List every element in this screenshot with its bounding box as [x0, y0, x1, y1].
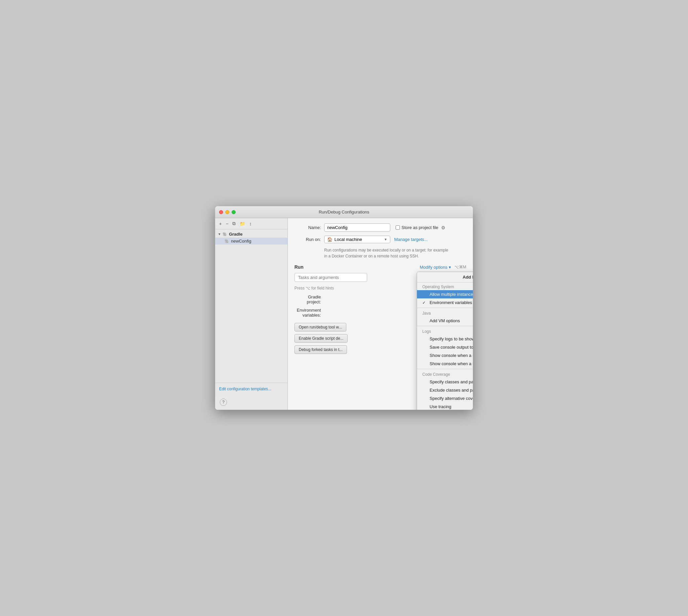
dropdown-item-specify-logs[interactable]: Specify logs to be shown in console	[417, 335, 473, 343]
run-on-row: Run on: 🏠 Local machine ▼ Manage targets…	[294, 236, 466, 243]
dropdown-item-use-tracing[interactable]: Use tracing	[417, 402, 473, 410]
section-label-os: Operating System	[417, 283, 473, 290]
run-on-arrow: ▼	[384, 238, 387, 241]
run-description-line2: in a Docker Container or on a remote hos…	[324, 254, 419, 259]
main-layout: + − ⧉ 📁 ↕ ▼ 🐘 Gradle 🐘 newConfig	[215, 218, 473, 410]
edit-templates-link[interactable]: Edit configuration templates...	[219, 387, 271, 391]
debug-forked-tasks-button[interactable]: Debug forked tasks in t...	[294, 345, 347, 354]
divider-2	[417, 326, 473, 326]
copy-config-button[interactable]: ⧉	[231, 220, 237, 227]
minimize-button[interactable]	[225, 210, 229, 214]
item-label-exclude-classes: Exclude classes and packages	[429, 388, 473, 393]
gradle-project-label: Gradle project:	[294, 294, 321, 304]
traffic-lights	[219, 210, 236, 214]
maximize-button[interactable]	[232, 210, 236, 214]
item-label-add-vm: Add VM options	[429, 318, 460, 323]
dropdown-header: Add Run Options	[417, 272, 473, 283]
modify-options-button[interactable]: Modify options ▾	[420, 265, 451, 270]
tree-expand-arrow: ▼	[218, 232, 221, 236]
run-on-icon: 🏠	[327, 237, 332, 242]
item-label-specify-logs: Specify logs to be shown in console	[429, 336, 473, 342]
remove-config-button[interactable]: −	[224, 220, 230, 227]
gradle-group-label: Gradle	[229, 232, 243, 237]
gradle-icon: 🐘	[222, 232, 227, 237]
modify-options-shortcut: ⌥⌘M	[454, 265, 466, 269]
section-label-coverage: Code Coverage	[417, 370, 473, 378]
divider-3	[417, 369, 473, 369]
run-section-header: Run Modify options ▾ ⌥⌘M	[294, 264, 466, 270]
store-as-project-label: Store as project file	[401, 225, 438, 230]
sidebar-toolbar: + − ⧉ 📁 ↕	[215, 218, 288, 229]
main-content: Name: Store as project file ⚙ Run on: 🏠 …	[288, 218, 473, 410]
newconfig-label: newConfig	[231, 239, 251, 244]
dropdown-item-allow-multiple[interactable]: Allow multiple instances ^⌥U	[417, 290, 473, 299]
run-description-line1: Run configurations may be executed local…	[324, 248, 448, 252]
dropdown-item-add-vm[interactable]: Add VM options ^⌥V	[417, 316, 473, 325]
dropdown-item-specify-classes[interactable]: Specify classes and packages	[417, 378, 473, 386]
store-as-project-checkbox[interactable]	[396, 225, 400, 230]
run-section-title: Run	[294, 264, 303, 270]
check-icon-env-vars: ✓	[422, 301, 427, 305]
modify-options-dropdown[interactable]: Add Run Options Operating System Allow m…	[417, 272, 473, 410]
item-label-use-tracing: Use tracing	[429, 404, 451, 409]
open-run-debug-button[interactable]: Open run/debug tool w...	[294, 323, 346, 331]
dropdown-item-alt-coverage[interactable]: Specify alternative coverage runner	[417, 394, 473, 402]
dropdown-item-exclude-classes[interactable]: Exclude classes and packages	[417, 386, 473, 394]
sort-config-button[interactable]: ↕	[248, 220, 253, 227]
sidebar-item-newconfig[interactable]: 🐘 newConfig	[215, 238, 288, 245]
env-vars-label: Environment variables:	[294, 308, 321, 317]
add-config-button[interactable]: +	[218, 220, 223, 227]
divider-1	[417, 308, 473, 308]
run-on-value: Local machine	[334, 237, 362, 242]
help-button[interactable]: ?	[220, 399, 227, 406]
run-on-label: Run on:	[294, 237, 321, 242]
tasks-input[interactable]	[294, 273, 367, 282]
item-label-specify-classes: Specify classes and packages	[429, 379, 473, 384]
name-input[interactable]	[324, 223, 390, 232]
store-as-project-row: Store as project file ⚙	[396, 225, 445, 230]
dropdown-item-env-vars[interactable]: ✓ Environment variables	[417, 299, 473, 307]
title-bar: Run/Debug Configurations	[215, 206, 473, 218]
dropdown-item-save-console[interactable]: Save console output to file	[417, 343, 473, 351]
sidebar-footer: Edit configuration templates...	[215, 383, 288, 395]
store-gear-button[interactable]: ⚙	[441, 225, 445, 230]
name-row: Name: Store as project file ⚙	[294, 223, 466, 232]
dropdown-item-show-stdout[interactable]: Show console when a message is printed t…	[417, 351, 473, 359]
item-label-alt-coverage: Specify alternative coverage runner	[429, 396, 473, 401]
section-label-logs: Logs	[417, 327, 473, 335]
folder-config-button[interactable]: 📁	[238, 220, 246, 227]
run-debug-configurations-window: Run/Debug Configurations + − ⧉ 📁 ↕ ▼ 🐘 G…	[215, 206, 473, 410]
manage-targets-link[interactable]: Manage targets...	[394, 237, 428, 242]
dropdown-chevron-icon: ▾	[449, 265, 451, 270]
close-button[interactable]	[219, 210, 223, 214]
sidebar: + − ⧉ 📁 ↕ ▼ 🐘 Gradle 🐘 newConfig	[215, 218, 288, 410]
modify-options-label: Modify options	[420, 265, 447, 270]
window-title: Run/Debug Configurations	[318, 210, 369, 215]
run-on-dropdown[interactable]: 🏠 Local machine ▼	[324, 236, 390, 243]
enable-gradle-debug-button[interactable]: Enable Gradle script de...	[294, 334, 348, 343]
config-tree: ▼ 🐘 Gradle 🐘 newConfig	[215, 229, 288, 307]
section-label-java: Java	[417, 309, 473, 316]
item-label-env-vars: Environment variables	[429, 300, 472, 305]
item-label-show-stdout: Show console when a message is printed t…	[429, 353, 473, 358]
name-label: Name:	[294, 225, 321, 230]
item-label-save-console: Save console output to file	[429, 345, 473, 350]
item-label-show-stderr: Show console when a message is printed t…	[429, 361, 473, 366]
sidebar-item-gradle[interactable]: ▼ 🐘 Gradle	[215, 231, 288, 238]
run-description: Run configurations may be executed local…	[324, 247, 466, 259]
dropdown-item-show-stderr[interactable]: Show console when a message is printed t…	[417, 359, 473, 368]
newconfig-icon: 🐘	[224, 239, 229, 244]
item-label-allow-multiple: Allow multiple instances	[429, 292, 473, 297]
